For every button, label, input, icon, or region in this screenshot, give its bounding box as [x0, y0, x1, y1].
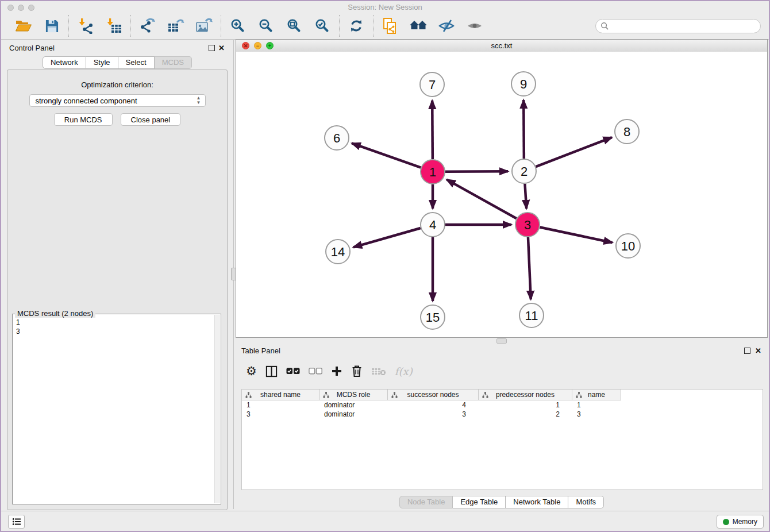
hide-panel-eye-slash-icon[interactable] [437, 16, 456, 36]
graph-edge-3-10[interactable] [540, 228, 613, 243]
graph-node-label: 15 [426, 310, 440, 325]
tab-mcds[interactable]: MCDS [155, 56, 192, 69]
import-network-icon[interactable] [76, 16, 95, 36]
graph-edge-3-11[interactable] [528, 237, 531, 299]
table-tabs: Node TableEdge TableNetwork TableMotifs [236, 496, 768, 508]
column-header-shared-name[interactable]: shared name [242, 390, 319, 400]
search-icon [600, 22, 609, 30]
column-header-MCDS-role[interactable]: MCDS role [319, 390, 388, 400]
table-close-icon[interactable]: ✕ [755, 346, 761, 355]
float-panel-icon[interactable] [209, 45, 215, 51]
tab-node-table[interactable]: Node Table [399, 496, 453, 508]
graph-edge-2-9[interactable] [523, 100, 524, 159]
export-table-icon[interactable] [167, 16, 185, 36]
table-panel-title: Table Panel [236, 343, 280, 355]
tab-motifs[interactable]: Motifs [568, 496, 604, 508]
memory-button[interactable]: Memory [717, 515, 764, 529]
table-cell[interactable]: 3 [572, 410, 621, 419]
dropdown-value: strongly connected component [36, 97, 137, 105]
close-panel-button[interactable]: Close panel [121, 113, 181, 126]
open-file-icon[interactable] [14, 16, 33, 36]
home-layouts-icon[interactable] [409, 16, 428, 36]
delete-table-icon[interactable] [371, 367, 386, 376]
table-panel: Table Panel ✕ ⚙ f(x) [236, 343, 768, 511]
table-cell[interactable]: 1 [242, 400, 319, 410]
titlebar: Session: New Session [1, 1, 769, 13]
import-table-icon[interactable] [105, 16, 123, 36]
graph-node-label: 11 [525, 309, 538, 323]
delete-column-trash-icon[interactable] [351, 365, 363, 377]
table-row[interactable]: 3dominator323 [242, 410, 763, 419]
zoom-out-icon[interactable] [257, 16, 275, 36]
close-panel-icon[interactable]: ✕ [218, 44, 225, 52]
graph-edge-2-8[interactable] [536, 137, 612, 167]
table-cell[interactable]: 1 [479, 400, 572, 410]
zoom-selected-icon[interactable] [313, 16, 332, 36]
graph-edge-1-6[interactable] [352, 143, 421, 167]
export-network-icon[interactable] [138, 16, 157, 36]
network-window-title: scc.txt [236, 41, 767, 50]
table-cell[interactable]: dominator [319, 410, 388, 419]
show-columns-icon[interactable] [265, 365, 278, 377]
dropdown-arrows-icon: ▲▼ [197, 96, 201, 105]
column-header-name[interactable]: name [572, 390, 621, 400]
save-session-icon[interactable] [43, 16, 61, 36]
table-cell[interactable]: 1 [572, 400, 621, 410]
show-panel-eye-icon[interactable] [465, 16, 484, 36]
window-title: Session: New Session [1, 3, 769, 11]
optimization-criterion-select[interactable]: strongly connected component ▲▼ [29, 94, 206, 107]
graph-node-label: 7 [429, 78, 436, 92]
create-column-plus-icon[interactable] [331, 365, 342, 377]
search-box[interactable] [595, 19, 761, 33]
deselect-all-columns-icon[interactable] [309, 368, 322, 375]
graph-edge-1-7[interactable] [432, 101, 433, 159]
table-toolbar: ⚙ f(x) [241, 360, 413, 382]
table-cell[interactable]: 3 [242, 410, 319, 419]
table-cell[interactable]: dominator [319, 400, 388, 410]
table-body: 1dominator4113dominator323 [242, 400, 763, 419]
table-float-icon[interactable] [744, 348, 750, 354]
control-panel-tabs: NetworkStyleSelectMCDS [5, 56, 230, 69]
memory-status-dot [723, 519, 729, 525]
table-cell[interactable]: 2 [479, 410, 572, 419]
control-panel-title: Control Panel [5, 40, 55, 52]
column-header-successor-nodes[interactable]: successor nodes [388, 390, 479, 400]
table-cell[interactable]: 3 [388, 410, 479, 419]
duplicate-network-icon[interactable] [381, 16, 399, 36]
graph-edge-2-3[interactable] [525, 184, 526, 209]
optimization-criterion-label: Optimization criterion: [7, 80, 227, 89]
task-history-button[interactable] [8, 515, 25, 529]
table-settings-gear-icon[interactable]: ⚙ [246, 364, 257, 378]
run-mcds-button[interactable]: Run MCDS [54, 113, 113, 126]
tab-style[interactable]: Style [86, 56, 118, 69]
network-canvas[interactable]: 7968124314101511 [236, 52, 767, 337]
select-all-columns-icon[interactable] [286, 368, 300, 375]
table-row[interactable]: 1dominator411 [242, 400, 763, 410]
function-builder-icon[interactable]: f(x) [395, 365, 413, 377]
search-input[interactable] [609, 20, 760, 32]
table-cell[interactable]: 4 [388, 400, 479, 410]
application-window: Session: New Session [0, 0, 770, 532]
refresh-icon[interactable] [347, 16, 365, 36]
tab-edge-table[interactable]: Edge Table [453, 496, 506, 508]
graph-edge-3-1[interactable] [446, 180, 516, 219]
export-image-icon[interactable] [195, 16, 213, 36]
graph-node-label: 1 [429, 165, 436, 179]
status-bar: Memory [1, 511, 769, 531]
column-header-predecessor-nodes[interactable]: predecessor nodes [479, 390, 572, 400]
zoom-fit-icon[interactable] [285, 16, 303, 36]
tab-network-table[interactable]: Network Table [506, 496, 568, 508]
result-scrollbar[interactable] [214, 315, 220, 503]
graph-node-label: 14 [331, 245, 345, 259]
graph-edge-1-2[interactable] [445, 171, 508, 172]
tab-network[interactable]: Network [43, 56, 86, 69]
main-toolbar [1, 13, 769, 40]
graph-node-label: 8 [623, 125, 630, 139]
graph-node-label: 4 [429, 218, 436, 232]
graph-edge-4-14[interactable] [353, 228, 421, 247]
tab-select[interactable]: Select [118, 56, 155, 69]
mcds-panel-body: Optimization criterion: strongly connect… [7, 70, 228, 510]
mcds-result-text[interactable]: 1 3 [13, 315, 214, 504]
graph-node-label: 9 [520, 77, 527, 91]
zoom-in-icon[interactable] [229, 16, 247, 36]
